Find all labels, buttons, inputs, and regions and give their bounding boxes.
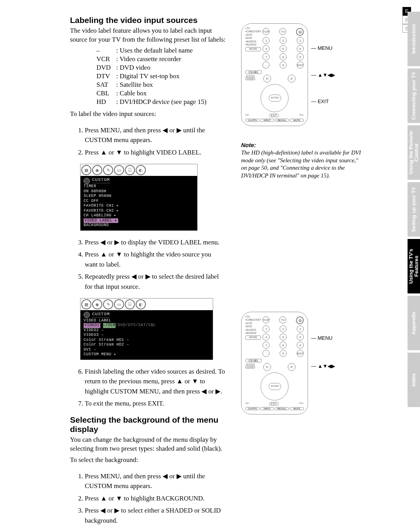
callout-exit: — EXIT: [311, 98, 335, 104]
remote-illustration-2: •TV •CABLE/SAT •VCR •DVD •AUDIO1 •AUDIO2…: [241, 312, 362, 414]
menu-tab-icon: ▭: [114, 299, 124, 309]
to-select-text: To select the background:: [70, 456, 226, 465]
menu-tab-icon: ▦: [81, 299, 91, 309]
step-1: Press MENU, and then press ◀ or ▶ until …: [85, 125, 226, 145]
menu-tab-icon: ☷: [125, 299, 135, 309]
menu-tab-icon: ▦: [81, 165, 91, 175]
tab-connecting: Connecting your TV: [408, 68, 420, 123]
menu-tab-icon: ☷: [125, 165, 135, 175]
step-6: Finish labeling the other video sources …: [85, 367, 226, 397]
intro-labeling: The video label feature allows you to la…: [70, 26, 226, 44]
menu-tab-icon: ✎: [103, 299, 113, 309]
menu-tab-icon: ◉: [92, 299, 102, 309]
note-heading: Note:: [241, 142, 362, 148]
steps-background: Press MENU, and then press ◀ or ▶ until …: [78, 471, 226, 525]
heading-background: Selecting the background of the menu dis…: [70, 415, 226, 434]
steps-a: Press MENU, and then press ◀ or ▶ until …: [78, 125, 226, 158]
step-5: Repeatedly press ◀ or ▶ to select the de…: [85, 272, 226, 291]
callout-arrows: — ▲▼◀▶: [311, 72, 335, 78]
tab-introduction: Introduction: [408, 12, 420, 66]
to-label-text: To label the video input sources:: [70, 110, 226, 119]
steps-c: Finish labeling the other video sources …: [78, 367, 226, 409]
dpad-icon: ENTER: [261, 84, 289, 112]
step-4: Press ▲ or ▼ to highlight the video sour…: [85, 249, 226, 269]
osd-menu-video-label: ▦ ◉ ✎ ▭ ☷ ◐ CUSTOM VIDEO LABEL VIDEO1 –/…: [80, 298, 213, 360]
step-3: Press ◀ or ▶ to display the VIDEO LABEL …: [85, 237, 226, 248]
step-bg-2: Press ▲ or ▼ to highlight BACKGROUND.: [85, 493, 226, 504]
tab-features: Using the TV's Features: [408, 239, 420, 293]
steps-b: Press ◀ or ▶ to display the VIDEO LABEL …: [78, 237, 226, 292]
intro-background: You can change the background of the men…: [70, 435, 226, 453]
callout-arrows: — ▲▼◀▶: [311, 363, 335, 369]
tab-index: Index: [408, 353, 420, 407]
callout-menu: — MENU: [311, 335, 335, 341]
callout-menu: — MENU: [311, 45, 335, 51]
heading-labeling: Labeling the video input sources: [70, 16, 226, 25]
note-body: The HD (high-definition) label is availa…: [241, 149, 362, 179]
step-bg-3: Press ◀ or ▶ to select either a SHADED o…: [85, 506, 226, 525]
step-7: To exit the menu, press EXIT.: [85, 399, 226, 409]
menu-tab-icon: ✎: [103, 165, 113, 175]
menu-tab-icon: ◐: [136, 165, 146, 175]
label-preset-list: –: Uses the default label name VCR: Vide…: [93, 46, 210, 107]
dpad-icon: ENTER: [261, 372, 289, 400]
tab-remote: Using the Remote Control: [408, 125, 420, 180]
tab-appendix: Appendix: [408, 296, 420, 350]
menu-tab-icon: ◐: [136, 299, 146, 309]
menu-tab-icon: ▭: [114, 165, 124, 175]
remote-illustration-1: •TV •CABLE/SAT •VCR •DVD •AUDIO1 •AUDIO2…: [241, 23, 362, 126]
step-2: Press ▲ or ▼ to highlight VIDEO LABEL.: [85, 147, 226, 158]
side-tabs: Introduction Connecting your TV Using th…: [408, 12, 420, 407]
menu-tab-icon: ◉: [92, 165, 102, 175]
tab-setting: Setting up your TV: [408, 182, 420, 237]
step-bg-1: Press MENU, and then press ◀ or ▶ until …: [85, 471, 226, 491]
osd-menu-custom-1: ▦ ◉ ✎ ▭ ☷ ◐ CUSTOM TIMER ON 00h00m SLEEP…: [80, 164, 198, 230]
